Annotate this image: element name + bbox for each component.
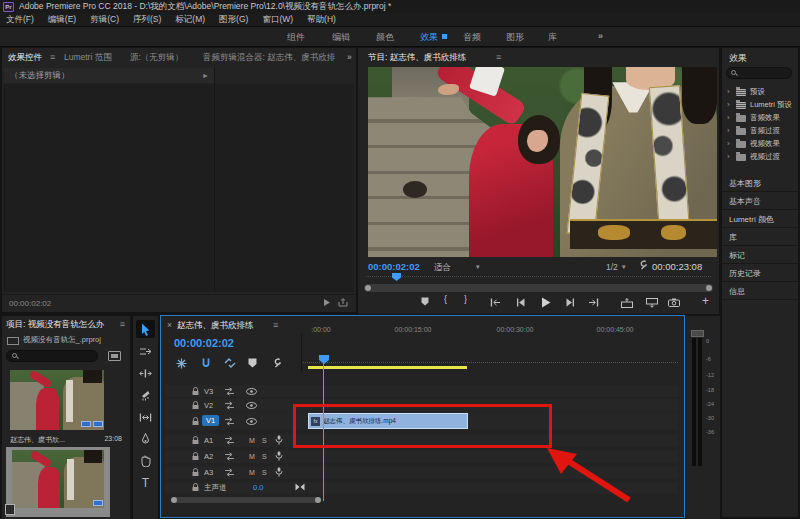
project-search-input[interactable] — [6, 350, 98, 362]
effects-folder-audio-effects[interactable]: › 音频效果 — [722, 112, 798, 125]
panel-menu-icon[interactable]: ≡ — [50, 52, 55, 62]
tab-essential-sound[interactable]: 基本声音 — [722, 192, 798, 210]
sync-lock-icon[interactable] — [224, 436, 235, 445]
tab-source-monitor[interactable]: 源:（无剪辑） — [130, 52, 183, 64]
track-name-master[interactable]: 主声道 — [204, 483, 227, 493]
sync-lock-icon[interactable] — [224, 401, 235, 410]
type-tool-icon[interactable]: T — [136, 474, 155, 492]
scrollbar-knob-right[interactable] — [315, 497, 321, 503]
export-frame-camera-icon[interactable] — [668, 298, 680, 307]
voiceover-mic-icon[interactable] — [275, 467, 283, 477]
tab-libraries[interactable]: 库 — [722, 228, 798, 246]
project-file-name[interactable]: 视频没有音轨怎_.prproj — [23, 335, 101, 345]
workspace-tab-color[interactable]: 颜色 — [376, 31, 394, 44]
menu-file[interactable]: 文件(F) — [6, 14, 34, 26]
razor-tool-icon[interactable] — [136, 386, 155, 404]
voiceover-mic-icon[interactable] — [275, 435, 283, 445]
export-icon[interactable] — [338, 298, 348, 307]
project-sequence-selected[interactable] — [6, 447, 110, 517]
program-time-ruler[interactable] — [366, 276, 711, 280]
tab-history[interactable]: 历史记录 — [722, 264, 798, 282]
lift-icon[interactable] — [621, 298, 633, 308]
lock-icon[interactable] — [192, 417, 199, 426]
workspace-tab-effects[interactable]: 效果 — [420, 31, 438, 44]
effects-folder-video-transitions[interactable]: › 视频过渡 — [722, 151, 798, 164]
timeline-settings-wrench-icon[interactable] — [271, 358, 281, 368]
menu-clip[interactable]: 剪辑(C) — [90, 14, 119, 26]
solo-button[interactable]: S — [262, 437, 267, 444]
timeline-tab-close-icon[interactable]: × — [167, 320, 172, 330]
selection-tool-icon[interactable] — [136, 320, 155, 338]
lock-icon[interactable] — [192, 436, 199, 445]
fit-dropdown[interactable]: 适合 — [434, 262, 451, 274]
project-clip-thumbnail[interactable] — [10, 370, 104, 430]
solo-button[interactable]: S — [262, 453, 267, 460]
menu-help[interactable]: 帮助(H) — [307, 14, 336, 26]
bin-view-icon[interactable] — [108, 351, 121, 361]
lock-icon[interactable] — [192, 387, 199, 396]
scrollbar-knob-right[interactable] — [706, 285, 712, 291]
mark-in-icon[interactable]: { — [444, 294, 447, 304]
tab-effect-controls[interactable]: 效果控件 — [8, 52, 42, 64]
mute-button[interactable]: M — [249, 469, 255, 476]
master-gain-value[interactable]: 0.0 — [253, 483, 263, 492]
extract-icon[interactable] — [646, 298, 658, 308]
effects-folder-video-effects[interactable]: › 视频效果 — [722, 138, 798, 151]
hand-tool-icon[interactable] — [136, 452, 155, 470]
workspace-tab-libraries[interactable]: 库 — [548, 31, 557, 44]
sync-lock-icon[interactable] — [224, 387, 235, 396]
track-name-v3[interactable]: V3 — [204, 387, 213, 396]
sync-lock-icon[interactable] — [224, 468, 235, 477]
play-around-icon[interactable] — [323, 298, 332, 307]
tab-lumetri-color[interactable]: Lumetri 颜色 — [722, 210, 798, 228]
program-video-preview[interactable] — [368, 67, 717, 257]
mark-out-icon[interactable]: } — [464, 294, 467, 304]
resolution-dropdown-caret-icon[interactable]: ▾ — [622, 263, 626, 271]
lock-icon[interactable] — [192, 401, 199, 410]
menu-marker[interactable]: 标记(M) — [175, 14, 205, 26]
timeline-panel-menu-icon[interactable]: ≡ — [273, 320, 278, 330]
fit-dropdown-caret-icon[interactable]: ▾ — [476, 263, 480, 271]
slip-tool-icon[interactable] — [136, 408, 155, 426]
scrollbar-bar[interactable] — [173, 497, 319, 503]
effects-folder-presets[interactable]: › 预设 — [722, 86, 798, 99]
workspace-tab-editing[interactable]: 编辑 — [332, 31, 350, 44]
effects-search-input[interactable] — [726, 67, 792, 79]
step-forward-icon[interactable] — [566, 298, 575, 307]
program-panel-menu-icon[interactable]: ≡ — [496, 52, 501, 62]
tab-lumetri-scopes[interactable]: Lumetri 范围 — [64, 52, 112, 64]
track-name-a1[interactable]: A1 — [204, 436, 213, 445]
pen-tool-icon[interactable] — [136, 430, 155, 448]
ripple-edit-tool-icon[interactable] — [136, 364, 155, 382]
effects-folder-audio-transitions[interactable]: › 音频过渡 — [722, 125, 798, 138]
menu-sequence[interactable]: 序列(S) — [133, 14, 161, 26]
mute-button[interactable]: M — [249, 437, 255, 444]
settings-wrench-icon[interactable] — [637, 260, 647, 270]
go-to-in-icon[interactable] — [490, 298, 501, 307]
workspace-tab-graphics[interactable]: 图形 — [506, 31, 524, 44]
add-marker-icon[interactable] — [248, 358, 257, 368]
button-editor-plus-icon[interactable]: + — [702, 294, 709, 308]
add-marker-icon[interactable] — [421, 297, 429, 306]
expand-arrow-icon[interactable]: ► — [202, 68, 209, 83]
effects-folder-lumetri-presets[interactable]: › Lumetri 预设 — [722, 99, 798, 112]
track-name-a3[interactable]: A3 — [204, 468, 213, 477]
menu-edit[interactable]: 编辑(E) — [48, 14, 76, 26]
tab-overflow-icon[interactable]: » — [347, 52, 352, 62]
program-zoom-scrollbar[interactable] — [364, 284, 713, 292]
project-clip-caption[interactable]: 赵志伟、虞书欣... 23:08 — [10, 435, 122, 445]
chevron-right-icon[interactable]: › — [727, 126, 730, 135]
resolution-dropdown[interactable]: 1/2 — [606, 262, 618, 272]
program-current-timecode[interactable]: 00:00:02:02 — [368, 261, 420, 272]
snap-magnet-icon[interactable] — [201, 358, 211, 369]
solo-button[interactable]: S — [262, 469, 267, 476]
tab-audio-clip-mixer[interactable]: 音频剪辑混合器: 赵志伟、虞书欣排 — [203, 52, 335, 64]
mute-button[interactable]: M — [249, 453, 255, 460]
nest-sequence-icon[interactable] — [176, 358, 187, 369]
chevron-right-icon[interactable]: › — [727, 139, 730, 148]
track-name-v2[interactable]: V2 — [204, 401, 213, 410]
chevron-right-icon[interactable]: › — [727, 152, 730, 161]
lock-icon[interactable] — [192, 483, 199, 492]
scrollbar-knob-left[interactable] — [171, 497, 177, 503]
track-lane-v3[interactable] — [165, 385, 678, 397]
